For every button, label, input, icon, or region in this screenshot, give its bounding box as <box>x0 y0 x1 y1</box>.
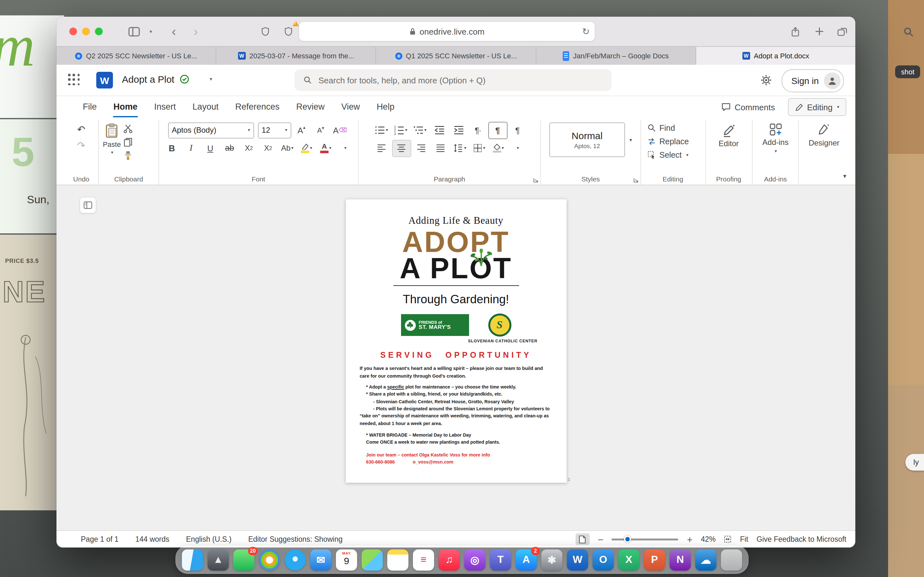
app-search-bar[interactable] <box>294 69 612 91</box>
tab-q1-newsletter[interactable]: Q1 2025 SCC Newsletter - US Le... <box>376 47 536 65</box>
menu-view[interactable]: View <box>333 96 368 117</box>
menu-references[interactable]: References <box>227 96 288 117</box>
highlight-color-button[interactable]: ▾ <box>297 140 315 156</box>
dock-icon-music[interactable]: ♫ <box>439 549 460 570</box>
editor-suggestions[interactable]: Editor Suggestions: Showing <box>248 535 342 543</box>
word-count[interactable]: 144 words <box>136 535 170 543</box>
app-launcher-icon[interactable] <box>68 74 80 86</box>
menu-review[interactable]: Review <box>288 96 333 117</box>
tab-q2-newsletter[interactable]: Q2 2025 SCC Newsletter - US Le... <box>57 47 216 65</box>
dock-icon-excel[interactable]: X <box>618 549 640 570</box>
more-paragraph-options-icon[interactable]: ▾ <box>509 140 527 156</box>
fit-label[interactable]: Fit <box>740 535 748 543</box>
dock-icon-settings[interactable]: ✱ <box>541 549 562 570</box>
grow-font-button[interactable]: A▴ <box>292 122 310 138</box>
dock-icon-facetime[interactable]: 20 <box>233 549 254 570</box>
fit-icon[interactable] <box>724 535 732 543</box>
addins-button[interactable]: Add-ins ▾ <box>762 121 788 154</box>
title-chevron-icon[interactable]: ▾ <box>210 76 212 82</box>
select-button[interactable]: Select ▾ <box>645 148 704 161</box>
dock-icon-safari[interactable] <box>284 549 306 570</box>
subscript-button[interactable]: X2 <box>240 140 258 156</box>
dock-icon-maps[interactable] <box>362 549 383 570</box>
change-case-button[interactable]: Ab▾ <box>278 140 296 156</box>
zoom-window-button[interactable] <box>95 27 103 35</box>
copy-icon[interactable] <box>124 137 133 147</box>
menu-insert[interactable]: Insert <box>146 96 184 117</box>
settings-gear-icon[interactable] <box>758 72 774 89</box>
share-icon[interactable] <box>787 23 803 40</box>
tab-google-docs[interactable]: Jan/Feb/March – Google Docs <box>536 47 696 65</box>
undo-button[interactable]: ↶ <box>72 121 90 137</box>
editor-button[interactable]: Editor <box>719 121 739 148</box>
cut-icon[interactable] <box>124 124 133 133</box>
zoom-out-button[interactable]: − <box>598 534 604 545</box>
dock-icon-word[interactable]: W <box>567 549 588 570</box>
styles-dialog-launcher-icon[interactable] <box>633 177 638 183</box>
back-button[interactable]: ‹ <box>166 23 182 40</box>
reply-button-fragment[interactable]: ly <box>906 454 924 471</box>
extension-shield-icon[interactable] <box>280 23 296 40</box>
line-spacing-button[interactable]: ▾ <box>451 140 469 156</box>
document-canvas[interactable]: Adding Life & Beauty ADOPT A PLOT <box>57 185 855 530</box>
tab-message[interactable]: W 2025-03-07 - Message from the... <box>216 47 376 65</box>
word-logo[interactable]: W <box>96 72 113 89</box>
left-to-right-button[interactable]: ¶› <box>469 122 487 138</box>
dock-icon-onenote[interactable]: N <box>670 549 691 570</box>
find-button[interactable]: Find <box>645 121 704 135</box>
font-name-select[interactable]: Aptos (Body)▾ <box>168 122 254 138</box>
dock-icon-teams[interactable]: T <box>490 549 511 570</box>
bold-button[interactable]: B <box>163 140 181 156</box>
dock-icon-powerpoint[interactable]: P <box>644 549 665 570</box>
minimize-window-button[interactable] <box>82 27 90 35</box>
strikethrough-button[interactable]: ab <box>220 140 238 156</box>
dock-icon-mail[interactable]: ✉ <box>310 549 331 570</box>
forward-button[interactable]: › <box>187 23 204 40</box>
style-gallery-chevron-icon[interactable]: ▾ <box>630 137 632 143</box>
superscript-button[interactable]: X2 <box>259 140 277 156</box>
language[interactable]: English (U.S.) <box>186 535 232 543</box>
align-center-button[interactable] <box>392 139 411 157</box>
justify-button[interactable] <box>431 140 449 156</box>
search-input[interactable] <box>317 75 603 85</box>
zoom-level[interactable]: 42% <box>701 535 716 543</box>
document-title[interactable]: Adopt a Plot <box>122 74 174 85</box>
menu-help[interactable]: Help <box>368 96 403 117</box>
dock-icon-photos[interactable] <box>259 549 280 570</box>
numbered-list-button[interactable]: 123▾ <box>392 122 410 138</box>
zoom-in-button[interactable]: + <box>687 534 693 545</box>
align-right-button[interactable] <box>412 140 430 156</box>
style-normal-tile[interactable]: Normal Aptos, 12 <box>549 122 625 157</box>
dock-icon-finder[interactable] <box>182 549 203 570</box>
zoom-slider[interactable] <box>612 538 678 540</box>
editing-mode-button[interactable]: Editing ▾ <box>788 98 846 116</box>
feedback-link[interactable]: Give Feedback to Microsoft <box>756 535 846 543</box>
close-window-button[interactable] <box>69 27 77 35</box>
collapse-ribbon-icon[interactable]: ▾ <box>843 172 846 179</box>
format-painter-icon[interactable] <box>124 151 133 160</box>
shrink-font-button[interactable]: A▾ <box>312 122 330 138</box>
zoom-slider-knob[interactable] <box>624 536 632 543</box>
underline-button[interactable]: U <box>201 140 219 156</box>
designer-button[interactable]: Designer <box>809 121 839 147</box>
address-bar[interactable]: onedrive.live.com ↻ <box>299 22 595 41</box>
dock-icon-calendar[interactable]: MAY9 <box>336 549 357 570</box>
paragraph-dialog-launcher-icon[interactable] <box>533 177 539 183</box>
dock-icon-launchpad[interactable]: ▲ <box>208 549 229 570</box>
font-color-button[interactable]: A ▾ <box>317 140 334 156</box>
dock-icon-podcasts[interactable]: ◎ <box>464 549 485 570</box>
show-formatting-marks-button[interactable]: ¶ <box>488 121 507 139</box>
decrease-indent-button[interactable] <box>430 122 448 138</box>
privacy-shield-icon[interactable] <box>257 23 273 40</box>
dock-icon-onedrive[interactable]: ☁ <box>695 549 716 570</box>
dock-icon-notes[interactable] <box>387 549 409 570</box>
bullet-list-button[interactable]: ▾ <box>373 122 391 138</box>
document-page[interactable]: Adding Life & Beauty ADOPT A PLOT <box>346 199 566 483</box>
dock-icon-outlook[interactable]: O <box>593 549 614 570</box>
new-tab-icon[interactable] <box>811 23 828 40</box>
shading-button[interactable]: ▾ <box>489 140 507 156</box>
sidebar-toggle-icon[interactable] <box>126 23 142 40</box>
more-font-options-icon[interactable]: ▾ <box>336 140 354 156</box>
paragraph-mark-button[interactable]: ¶ <box>509 122 527 138</box>
tab-adopt-a-plot[interactable]: W Adopt a Plot.docx <box>696 47 855 65</box>
